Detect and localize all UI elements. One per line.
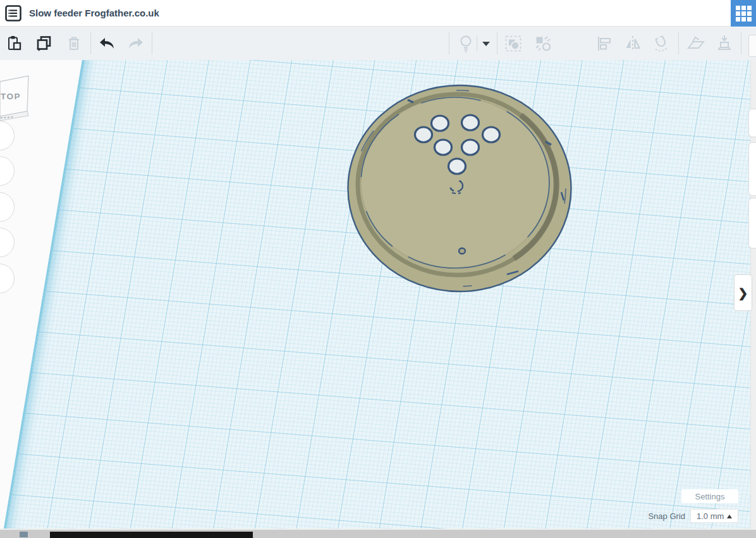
app-header: Slow feeder Frogfather.co.uk	[0, 0, 756, 27]
caret-up-icon	[727, 515, 732, 518]
toolbar-separator	[449, 32, 449, 54]
group-button[interactable]	[504, 34, 523, 53]
flip-mirror-icon	[624, 35, 642, 52]
undo-button[interactable]	[97, 34, 116, 53]
taskbar-icon[interactable]	[20, 532, 28, 537]
grid-3x3-icon	[736, 6, 752, 21]
snap-grid-dropdown[interactable]: 1.0 mm	[690, 509, 738, 523]
workplane-button[interactable]	[686, 34, 705, 53]
magnet-snap-button[interactable]	[652, 34, 671, 53]
settings-button[interactable]: Settings	[681, 489, 738, 503]
toolbar-separator	[497, 32, 497, 54]
toolbar-separator	[477, 35, 477, 51]
redo-icon	[126, 35, 145, 52]
workplane-icon	[686, 34, 705, 53]
toolbar-separator	[152, 32, 152, 54]
ruler-drop-icon	[715, 34, 734, 53]
view-cube[interactable]: TOP	[0, 73, 33, 125]
toolbar-separator	[678, 32, 679, 54]
shapes-panel-item[interactable]	[748, 142, 756, 196]
group-icon	[504, 35, 522, 52]
view-home-button[interactable]	[0, 121, 15, 150]
delete-button[interactable]	[64, 34, 83, 53]
undo-icon	[97, 35, 116, 52]
shapes-panel-item[interactable]	[748, 198, 756, 248]
show-hide-button[interactable]	[456, 34, 475, 53]
settings-label: Settings	[695, 492, 725, 501]
panel-expand-button[interactable]: ❯	[734, 274, 752, 311]
redo-button[interactable]	[126, 34, 145, 53]
shapes-panel-item[interactable]	[748, 109, 756, 137]
zoom-in-button[interactable]	[0, 192, 15, 222]
zoom-out-button[interactable]	[0, 228, 15, 257]
design-menu-icon[interactable]	[5, 5, 21, 21]
apps-menu-button[interactable]	[731, 0, 756, 27]
main-toolbar	[0, 27, 756, 60]
ungroup-icon	[534, 35, 552, 52]
align-button[interactable]	[595, 34, 614, 53]
taskbar-sliver	[0, 529, 756, 538]
duplicate-button[interactable]	[34, 34, 53, 53]
ruler-button[interactable]	[715, 34, 734, 53]
snap-grid-label: Snap Grid	[648, 511, 685, 521]
slow-feeder-disc-object[interactable]	[347, 84, 573, 294]
toolbar-separator	[90, 32, 91, 54]
duplicate-icon	[35, 35, 52, 52]
toolbar-separator	[741, 32, 741, 54]
trash-icon	[65, 35, 83, 52]
toolbar-partial-button[interactable]	[748, 35, 756, 57]
align-icon	[595, 35, 613, 52]
ungroup-button[interactable]	[533, 34, 552, 53]
viewport-3d[interactable]: TOP ❯ Settings Snap Grid 1.0 mm	[0, 60, 756, 530]
snap-grid-value: 1.0 mm	[697, 511, 724, 521]
caret-down-icon	[482, 41, 491, 47]
fit-view-button[interactable]	[0, 156, 15, 186]
perspective-toggle-button[interactable]	[0, 264, 15, 293]
chevron-right-icon: ❯	[738, 286, 748, 300]
paste-button[interactable]	[5, 34, 24, 53]
paste-icon	[6, 35, 23, 52]
view-cube-top-label: TOP	[1, 92, 21, 101]
magnet-icon	[652, 34, 671, 53]
design-title: Slow feeder Frogfather.co.uk	[29, 8, 159, 18]
show-hide-menu-button[interactable]	[482, 41, 491, 47]
lightbulb-icon	[457, 34, 475, 53]
taskbar-window-button[interactable]	[50, 532, 253, 538]
flip-button[interactable]	[623, 34, 642, 53]
